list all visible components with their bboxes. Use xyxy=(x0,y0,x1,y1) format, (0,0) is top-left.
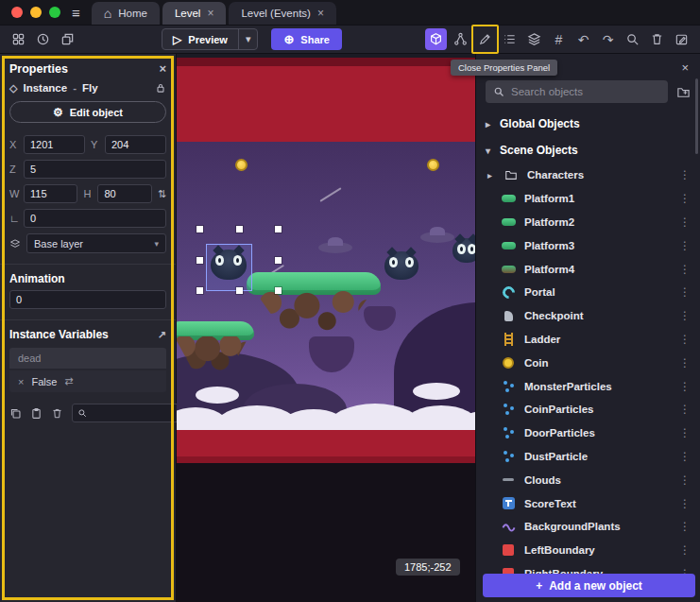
width-input[interactable] xyxy=(24,184,77,203)
minimize-window-button[interactable] xyxy=(30,7,42,18)
fly-sprite[interactable] xyxy=(452,238,475,263)
share-button[interactable]: ⊕ Share xyxy=(271,28,341,50)
lock-icon[interactable] xyxy=(155,82,166,94)
edit-object-button[interactable]: ⚙ Edit object xyxy=(9,101,166,123)
item-menu-icon[interactable]: ⋮ xyxy=(679,403,691,416)
resize-handle[interactable] xyxy=(275,287,282,294)
coin-sprite[interactable] xyxy=(427,159,439,171)
object-item[interactable]: DustParticle ⋮ xyxy=(476,445,700,469)
objects-search-input[interactable] xyxy=(511,86,660,97)
close-tab-icon[interactable]: × xyxy=(317,7,324,20)
zoom-window-button[interactable] xyxy=(49,7,60,18)
hamburger-menu-icon[interactable]: ≡ xyxy=(72,5,80,21)
item-menu-icon[interactable]: ⋮ xyxy=(679,426,691,439)
resize-handle[interactable] xyxy=(275,226,282,232)
resize-handle[interactable] xyxy=(275,257,282,264)
swap-value-icon[interactable]: ⇄ xyxy=(64,375,73,387)
preview-options-dropdown[interactable]: ▾ xyxy=(238,29,258,49)
zoom-icon[interactable] xyxy=(622,28,643,50)
item-menu-icon[interactable]: ⋮ xyxy=(679,520,691,533)
item-menu-icon[interactable]: ⋮ xyxy=(679,239,691,252)
close-window-button[interactable] xyxy=(11,7,23,18)
object-item[interactable]: Platform2 ⋮ xyxy=(476,211,700,234)
delete-variable-icon[interactable] xyxy=(51,407,63,420)
object-item[interactable]: Clouds ⋮ xyxy=(476,468,700,491)
open-variables-icon[interactable]: ↗ xyxy=(158,330,166,340)
coin-sprite[interactable] xyxy=(235,159,248,171)
object-item[interactable]: ScoreText ⋮ xyxy=(476,491,700,515)
scenes-stack-icon[interactable] xyxy=(57,28,78,50)
z-input[interactable] xyxy=(24,160,166,179)
floating-island[interactable] xyxy=(177,321,254,370)
objects-search[interactable] xyxy=(486,80,668,103)
rotation-input[interactable] xyxy=(24,209,166,228)
object-item[interactable]: Platform4 ⋮ xyxy=(476,257,700,281)
add-new-object-button[interactable]: + Add a new object xyxy=(483,574,695,597)
tab-home[interactable]: ⌂ Home xyxy=(92,2,160,25)
tab-level-events[interactable]: Level (Events) × xyxy=(229,2,336,25)
fly-sprite[interactable] xyxy=(384,251,418,280)
add-folder-icon[interactable] xyxy=(676,85,691,99)
object-item[interactable]: LeftBoundary ⋮ xyxy=(476,539,700,562)
resize-handle[interactable] xyxy=(196,287,203,294)
copy-icon[interactable] xyxy=(9,407,22,420)
scrollbar-thumb[interactable] xyxy=(695,78,698,154)
project-manager-icon[interactable] xyxy=(8,28,29,50)
grid-icon[interactable]: # xyxy=(548,28,570,50)
resize-handle[interactable] xyxy=(196,257,203,264)
item-menu-icon[interactable]: ⋮ xyxy=(679,450,691,463)
y-input[interactable] xyxy=(105,135,166,154)
height-input[interactable] xyxy=(97,184,151,203)
item-menu-icon[interactable]: ⋮ xyxy=(679,473,691,487)
toggle-properties-panel-icon[interactable] xyxy=(474,28,496,50)
tab-level[interactable]: Level × xyxy=(162,2,227,25)
object-item[interactable]: Coin ⋮ xyxy=(476,351,700,374)
paste-icon[interactable] xyxy=(30,407,43,420)
object-item[interactable]: Checkpoint ⋮ xyxy=(476,304,700,328)
layer-select[interactable]: Base layer ▾ xyxy=(26,233,166,253)
preview-button[interactable]: ▷ Preview ▾ xyxy=(162,28,258,50)
item-menu-icon[interactable]: ⋮ xyxy=(679,192,691,205)
close-objects-panel-icon[interactable]: × xyxy=(681,60,689,75)
item-menu-icon[interactable]: ⋮ xyxy=(679,497,691,510)
item-menu-icon[interactable]: ⋮ xyxy=(679,356,691,370)
scene-canvas[interactable]: 1785;-252 xyxy=(177,54,475,602)
variable-name[interactable]: dead xyxy=(9,348,166,369)
item-menu-icon[interactable]: ⋮ xyxy=(679,168,691,181)
object-item[interactable]: DoorParticles ⋮ xyxy=(476,421,700,445)
saucer-sprite[interactable] xyxy=(420,232,454,243)
item-menu-icon[interactable]: ⋮ xyxy=(679,285,691,299)
item-menu-icon[interactable]: ⋮ xyxy=(679,333,691,346)
object-item[interactable]: Platform1 ⋮ xyxy=(476,187,700,211)
undo-icon[interactable]: ↶ xyxy=(572,28,594,50)
object-item[interactable]: MonsterParticles ⋮ xyxy=(476,374,700,398)
folder-characters[interactable]: ▸ Characters ⋮ xyxy=(476,163,700,187)
item-menu-icon[interactable]: ⋮ xyxy=(679,215,691,229)
x-input[interactable] xyxy=(24,135,85,154)
close-properties-icon[interactable]: × xyxy=(159,61,166,76)
global-objects-group[interactable]: ▸ Global Objects xyxy=(476,111,700,137)
resize-handle[interactable] xyxy=(236,287,243,294)
item-menu-icon[interactable]: ⋮ xyxy=(679,543,691,557)
variable-value[interactable]: False xyxy=(31,376,57,387)
lock-ratio-icon[interactable]: ⇅ xyxy=(158,189,166,199)
toggle-3d-view-icon[interactable] xyxy=(425,28,447,50)
layers-icon[interactable] xyxy=(523,28,545,50)
edit-scene-properties-icon[interactable] xyxy=(671,28,692,50)
scene-objects-group[interactable]: ▾ Scene Objects xyxy=(476,137,700,163)
object-item[interactable]: BackgroundPlants ⋮ xyxy=(476,515,700,539)
item-menu-icon[interactable]: ⋮ xyxy=(679,309,691,322)
history-icon[interactable] xyxy=(32,28,54,50)
instances-list-icon[interactable] xyxy=(499,28,521,50)
animation-input[interactable] xyxy=(9,290,166,309)
close-tab-icon[interactable]: × xyxy=(207,7,213,20)
item-menu-icon[interactable]: ⋮ xyxy=(679,380,691,393)
item-menu-icon[interactable]: ⋮ xyxy=(679,263,691,276)
trash-icon[interactable] xyxy=(646,28,668,50)
saucer-sprite[interactable] xyxy=(318,242,352,253)
object-item[interactable]: Platform3 ⋮ xyxy=(476,233,700,257)
object-item[interactable]: CoinParticles ⋮ xyxy=(476,398,700,421)
object-item[interactable]: Portal ⋮ xyxy=(476,281,700,304)
object-item[interactable]: Ladder ⋮ xyxy=(476,328,700,352)
resize-handle[interactable] xyxy=(236,226,243,232)
